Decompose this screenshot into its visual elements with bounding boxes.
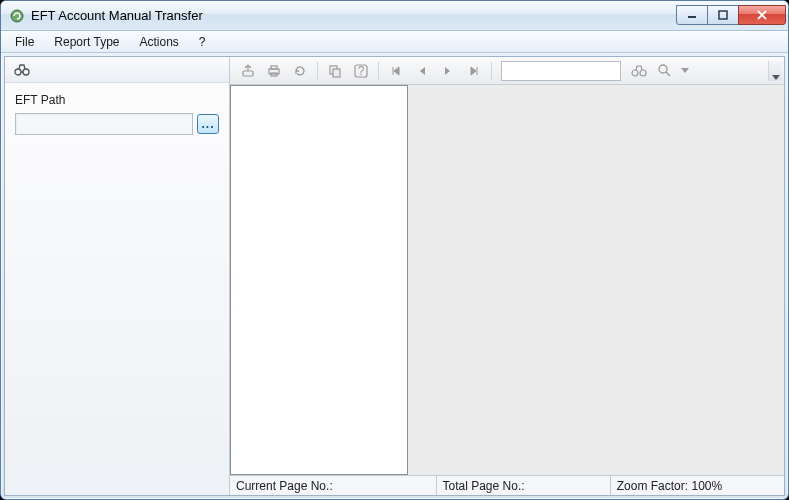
svg-rect-8 — [271, 66, 277, 69]
export-icon[interactable] — [236, 60, 260, 82]
toolbar-search-input[interactable] — [501, 61, 621, 81]
statusbar: Current Page No.: Total Page No.: Zoom F… — [230, 475, 784, 495]
menu-help[interactable]: ? — [191, 33, 214, 51]
svg-point-15 — [640, 70, 646, 76]
zoom-icon[interactable] — [653, 60, 677, 82]
svg-point-0 — [11, 10, 23, 22]
svg-rect-7 — [269, 69, 279, 74]
menu-file[interactable]: File — [7, 33, 42, 51]
svg-rect-2 — [719, 11, 727, 19]
blank-page — [230, 85, 408, 475]
svg-point-3 — [15, 69, 21, 75]
copy-icon[interactable] — [323, 60, 347, 82]
content-area: EFT Path ... — [4, 56, 785, 496]
help-toolbar-icon[interactable]: ? — [349, 60, 373, 82]
window-title: EFT Account Manual Transfer — [31, 8, 677, 23]
titlebar: EFT Account Manual Transfer — [1, 1, 788, 31]
svg-rect-11 — [333, 69, 340, 77]
content-pad: EFT Path ... — [1, 53, 788, 499]
menu-actions[interactable]: Actions — [132, 33, 187, 51]
eft-path-label: EFT Path — [15, 93, 219, 107]
minimize-button[interactable] — [676, 5, 708, 25]
zoom-dropdown-icon[interactable] — [679, 60, 691, 82]
close-button[interactable] — [738, 5, 786, 25]
svg-point-16 — [659, 65, 667, 73]
svg-point-4 — [23, 69, 29, 75]
ellipsis-icon: ... — [201, 117, 214, 131]
window-controls — [677, 5, 786, 25]
toolbar-separator — [317, 62, 318, 80]
svg-rect-10 — [330, 66, 337, 74]
last-page-icon[interactable] — [462, 60, 486, 82]
eft-path-row: ... — [15, 113, 219, 135]
status-current-page: Current Page No.: — [230, 476, 436, 495]
toolbar-overflow-icon[interactable] — [768, 61, 782, 81]
status-zoom: Zoom Factor: 100% — [610, 476, 784, 495]
svg-line-17 — [666, 72, 670, 76]
eft-path-input[interactable] — [15, 113, 193, 135]
svg-rect-6 — [243, 71, 253, 76]
menu-report-type[interactable]: Report Type — [46, 33, 127, 51]
app-window: EFT Account Manual Transfer File Report … — [0, 0, 789, 500]
first-page-icon[interactable] — [384, 60, 408, 82]
next-page-icon[interactable] — [436, 60, 460, 82]
svg-text:?: ? — [358, 64, 365, 78]
browse-button[interactable]: ... — [197, 114, 219, 134]
status-total-page: Total Page No.: — [436, 476, 610, 495]
left-panel: EFT Path ... — [5, 57, 230, 495]
status-zoom-value: 100% — [691, 479, 722, 493]
status-current-page-label: Current Page No.: — [236, 479, 333, 493]
svg-rect-12 — [355, 65, 367, 77]
refresh-icon[interactable] — [288, 60, 312, 82]
prev-page-icon[interactable] — [410, 60, 434, 82]
menubar: File Report Type Actions ? — [1, 31, 788, 53]
status-zoom-label: Zoom Factor: — [617, 479, 688, 493]
svg-point-14 — [632, 70, 638, 76]
report-viewer[interactable] — [230, 85, 784, 475]
toolbar-separator — [491, 62, 492, 80]
status-total-page-label: Total Page No.: — [443, 479, 525, 493]
right-panel: ? — [230, 57, 784, 495]
report-toolbar: ? — [230, 57, 784, 85]
left-toolbar — [5, 57, 229, 83]
left-panel-body: EFT Path ... — [5, 83, 229, 145]
binoculars-icon[interactable] — [11, 59, 33, 81]
svg-rect-9 — [271, 73, 277, 76]
app-icon — [9, 8, 25, 24]
find-icon[interactable] — [627, 60, 651, 82]
svg-rect-1 — [688, 16, 696, 18]
print-icon[interactable] — [262, 60, 286, 82]
maximize-button[interactable] — [707, 5, 739, 25]
toolbar-separator — [378, 62, 379, 80]
